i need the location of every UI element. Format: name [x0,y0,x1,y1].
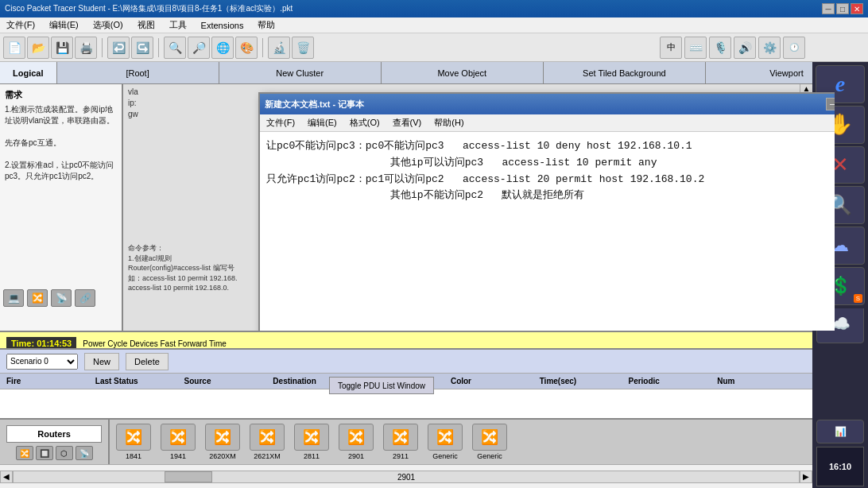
device-2811[interactable]: 🔀 2811 [291,424,332,460]
pdu-col-time: Time(sec) [540,377,629,385]
notepad-menu-file[interactable]: 文件(F) [263,117,298,129]
device-cat-icon1[interactable]: 💻 [3,289,24,307]
cat-icon-hub[interactable]: ⬡ [56,446,73,460]
toolbar: 📄 📂 💾 🖨️ ↩️ ↪️ 🔍 🔎 🌐 🎨 🔬 🗑️ 中 ⌨️ 🎙️ 🔊 ⚙️… [0,33,868,62]
menu-edit[interactable]: 编辑(E) [46,19,82,31]
pdu-toolbar: Scenario 0 New Delete [0,350,812,374]
tb-redo[interactable]: ↪️ [131,37,153,59]
menu-extensions[interactable]: Extensions [198,21,247,30]
close-button[interactable]: ✕ [851,3,863,14]
cat-icon-switch[interactable]: 🔲 [36,446,53,460]
tb-network[interactable]: 🌐 [211,37,234,59]
tb-r5[interactable]: ⚙️ [758,37,781,59]
device-icon-1941: 🔀 [161,424,196,451]
notepad-title-bar: 新建文本文档.txt - 记事本 ─ □ ✕ [260,94,835,114]
tb-r2[interactable]: ⌨️ [684,37,707,59]
maximize-button[interactable]: □ [836,3,849,14]
menu-view[interactable]: 视图 [134,19,158,31]
device-icon-generic1: 🔀 [428,424,463,451]
tb-open[interactable]: 📂 [27,37,49,59]
notepad-menu-edit[interactable]: 编辑(E) [304,117,340,129]
menu-options[interactable]: 选项(O) [90,19,126,31]
delete-button[interactable]: Delete [126,353,169,370]
notepad-dialog: 新建文本文档.txt - 记事本 ─ □ ✕ 文件(F) 编辑(E) 格式(O)… [258,92,835,331]
tab-new-cluster[interactable]: New Cluster [219,62,382,83]
scenario-container: Scenario 0 [6,354,78,370]
new-button[interactable]: New [84,353,119,370]
notepad-menu-help[interactable]: 帮助(H) [431,117,467,129]
sep1 [102,38,103,57]
device-name-2911: 2911 [393,452,409,460]
scroll-right-btn[interactable]: ▶ [800,471,812,483]
scroll-center-label: 2901 [397,473,415,482]
device-icon-2901: 🔀 [339,424,374,451]
notepad-minimize[interactable]: ─ [826,98,835,110]
cat-icon-router[interactable]: 🔀 [16,446,33,460]
power-cycle-text[interactable]: Power Cycle Devices Fast Forward Time [83,339,227,348]
notepad-line1: 让pc0不能访问pc3：pc0不能访问pc3 access-list 10 de… [266,138,835,155]
device-name-generic1: Generic [432,452,458,460]
device-icon-2621xm: 🔀 [250,424,285,451]
device-icon-2620xm: 🔀 [205,424,240,451]
device-generic2[interactable]: 🔀 Generic [469,424,510,460]
tb-r4[interactable]: 🔊 [734,37,756,59]
tb-r1[interactable]: 中 [660,37,682,59]
tb-save[interactable]: 💾 [51,37,73,59]
tab-set-tiled[interactable]: Set Tiled Background [544,62,706,83]
menu-bar: 文件(F) 编辑(E) 选项(O) 视图 工具 Extensions 帮助 [0,17,868,33]
tab-move-object[interactable]: Move Object [382,62,544,83]
device-2620xm[interactable]: 🔀 2620XM [202,424,243,460]
tb-delete[interactable]: 🗑️ [292,37,314,59]
notepad-controls: ─ □ ✕ [826,98,835,110]
minimize-button[interactable]: ─ [822,3,835,14]
device-cat-icon3[interactable]: 📡 [51,289,72,307]
scroll-left-btn[interactable]: ◀ [0,471,13,483]
notepad-line2: 其他ip可以访问pc3 access-list 10 permit any [266,155,835,172]
scroll-thumb-h[interactable] [165,471,212,482]
device-name-generic2: Generic [477,452,502,460]
toggle-pdu-list-button[interactable]: Toggle PDU List Window [329,377,434,394]
left-panel: 需求 1.检测示范成装配置。参阅ip地址说明vlan设置，串联路由器。 先存备p… [0,84,123,331]
app-pkt-icon[interactable]: 📊 [816,420,864,443]
notepad-menu-format[interactable]: 格式(O) [347,117,383,129]
tab-root[interactable]: [Root] [57,62,219,83]
tb-inspect[interactable]: 🔬 [268,37,290,59]
notepad-menu-view[interactable]: 查看(V) [389,117,425,129]
device-icon-2811: 🔀 [294,424,329,451]
tb-r3[interactable]: 🎙️ [709,37,731,59]
horizontal-scrollbar[interactable]: 2901 [13,471,800,483]
tb-zoom-in[interactable]: 🔍 [164,37,186,59]
menu-help[interactable]: 帮助 [254,19,278,31]
tb-new[interactable]: 📄 [3,37,25,59]
tb-print[interactable]: 🖨️ [75,37,97,59]
tb-palette[interactable]: 🎨 [235,37,258,59]
clock-display: 16:10 [816,447,864,486]
menu-tools[interactable]: 工具 [166,19,190,31]
canvas-label-vla: vla [128,87,138,96]
device-cat-icon2[interactable]: 🔀 [27,289,48,307]
device-1841[interactable]: 🔀 1841 [113,424,154,460]
canvas-label-gw: gw [128,110,138,118]
pdu-col-source: Source [184,377,273,385]
tb-undo[interactable]: ↩️ [107,37,130,59]
device-2621xm[interactable]: 🔀 2621XM [246,424,288,460]
pdu-col-color: Color [451,377,540,385]
notepad-content[interactable]: 让pc0不能访问pc3：pc0不能访问pc3 access-list 10 de… [260,132,835,331]
device-2911[interactable]: 🔀 2911 [380,424,421,460]
notepad-menu: 文件(F) 编辑(E) 格式(O) 查看(V) 帮助(H) [260,114,835,132]
device-1941[interactable]: 🔀 1941 [157,424,199,460]
scenario-dropdown[interactable]: Scenario 0 [6,354,78,370]
device-name-2620xm: 2620XM [209,452,236,460]
canvas-area: vla ip: gw 命令参考： 1.创建acl规则 Router(config… [123,84,835,331]
device-cat-icon4[interactable]: 🔗 [75,289,95,307]
device-name-2811: 2811 [304,452,320,460]
cat-icon-wireless[interactable]: 📡 [76,446,93,460]
pdu-col-status: Last Status [95,377,184,385]
menu-file[interactable]: 文件(F) [3,19,38,31]
tb-zoom-out[interactable]: 🔎 [188,37,210,59]
device-generic1[interactable]: 🔀 Generic [424,424,466,460]
tab-logical[interactable]: Logical [0,62,57,83]
device-category-panel: Routers 🔀 🔲 ⬡ 📡 [0,420,110,464]
device-2901[interactable]: 🔀 2901 [335,424,377,460]
device-category-label: Routers [6,425,102,443]
